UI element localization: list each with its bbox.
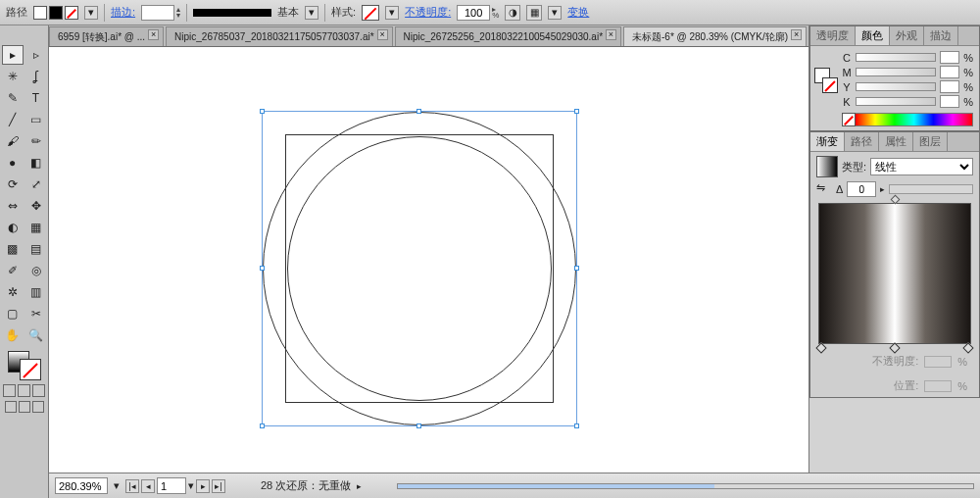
direct-select-tool[interactable]: ▹ xyxy=(25,45,47,65)
fill-black-swatch[interactable] xyxy=(49,6,63,20)
gradient-tool[interactable]: ▤ xyxy=(25,239,47,259)
lasso-tool[interactable]: ʆ xyxy=(25,67,47,86)
selection-handle[interactable] xyxy=(416,423,421,428)
magic-wand-tool[interactable]: ✳ xyxy=(2,67,24,86)
column-graph-tool[interactable]: ▥ xyxy=(25,282,47,302)
opacity-label-link[interactable]: 不透明度: xyxy=(405,5,451,20)
panel-tab[interactable]: 属性 xyxy=(879,132,913,151)
blend-tool[interactable]: ◎ xyxy=(25,261,47,280)
line-tool[interactable]: ╱ xyxy=(2,110,24,129)
selection-handle[interactable] xyxy=(574,423,579,428)
stroke-none-swatch[interactable] xyxy=(65,6,78,20)
screen-mode-normal[interactable] xyxy=(5,401,17,413)
channel-value[interactable] xyxy=(940,95,959,108)
hand-tool[interactable]: ✋ xyxy=(2,325,24,345)
align-dropdown-icon[interactable]: ▾ xyxy=(548,6,562,20)
channel-value[interactable] xyxy=(940,51,959,64)
pen-tool[interactable]: ✎ xyxy=(2,88,24,108)
gradient-stop[interactable] xyxy=(889,342,900,353)
canvas-area[interactable] xyxy=(49,47,808,473)
color-spectrum[interactable] xyxy=(842,113,973,126)
perspective-tool[interactable]: ▦ xyxy=(25,218,47,237)
opacity-input[interactable] xyxy=(457,5,490,21)
panel-tab[interactable]: 图层 xyxy=(913,132,948,151)
artboard-dropdown-icon[interactable]: ▾ xyxy=(188,479,194,492)
rotate-tool[interactable]: ⟳ xyxy=(2,174,24,194)
style-dropdown-icon[interactable]: ▾ xyxy=(385,6,399,20)
panel-tab[interactable]: 外观 xyxy=(890,26,924,45)
document-tab[interactable]: 未标题-6* @ 280.39% (CMYK/轮廓)× xyxy=(623,26,807,46)
recolor-icon[interactable]: ◑ xyxy=(505,5,520,21)
rectangle-tool[interactable]: ▭ xyxy=(25,110,47,129)
gradient-preview[interactable] xyxy=(816,156,838,177)
stop-location-field[interactable] xyxy=(924,380,952,392)
zoom-level-input[interactable] xyxy=(55,477,108,494)
shape-builder-tool[interactable]: ◐ xyxy=(2,218,24,237)
slice-tool[interactable]: ✂ xyxy=(25,304,47,324)
graphic-style-swatch[interactable] xyxy=(362,5,379,21)
blob-brush-tool[interactable]: ● xyxy=(2,153,24,173)
opacity-stepper[interactable]: ▸% xyxy=(457,5,499,21)
selection-handle[interactable] xyxy=(574,109,579,114)
stroke-preview[interactable] xyxy=(193,9,271,17)
angle-input[interactable] xyxy=(847,181,876,197)
symbol-sprayer-tool[interactable]: ✲ xyxy=(2,282,24,302)
fill-swatch[interactable] xyxy=(33,6,47,20)
stepper-arrows-icon[interactable]: ▸ xyxy=(880,184,885,194)
status-menu-icon[interactable]: ▸ xyxy=(357,481,362,491)
close-tab-icon[interactable]: × xyxy=(606,29,616,40)
stroke-box[interactable] xyxy=(20,359,41,380)
selection-handle[interactable] xyxy=(260,109,265,114)
eraser-tool[interactable]: ◧ xyxy=(25,153,47,173)
channel-slider[interactable] xyxy=(856,53,936,62)
mesh-tool[interactable]: ▩ xyxy=(2,239,24,259)
panel-stroke-chip[interactable] xyxy=(822,77,838,93)
last-artboard-button[interactable]: ▸| xyxy=(212,479,225,493)
pencil-tool[interactable]: ✏ xyxy=(25,131,47,151)
close-tab-icon[interactable]: × xyxy=(148,29,159,40)
swatch-dropdown-icon[interactable]: ▾ xyxy=(84,6,98,20)
panel-tab[interactable]: 透明度 xyxy=(810,26,856,45)
stepper-arrows-icon[interactable]: ▴▾ xyxy=(176,7,180,19)
scroll-bar[interactable] xyxy=(397,483,974,489)
none-color-icon[interactable] xyxy=(842,113,856,126)
transform-link[interactable]: 变换 xyxy=(567,5,589,20)
close-tab-icon[interactable]: × xyxy=(791,29,802,40)
gradient-ramp[interactable] xyxy=(818,203,971,344)
artboard-tool[interactable]: ▢ xyxy=(2,304,24,324)
close-tab-icon[interactable]: × xyxy=(377,29,388,40)
align-icon[interactable]: ▦ xyxy=(526,5,542,21)
free-transform-tool[interactable]: ✥ xyxy=(25,196,47,216)
channel-slider[interactable] xyxy=(856,82,936,91)
panel-tab[interactable]: 路径 xyxy=(845,132,879,151)
selection-handle[interactable] xyxy=(574,266,579,271)
reverse-gradient-icon[interactable]: ⇋ xyxy=(816,181,832,197)
document-tab[interactable]: 6959 [转换].ai* @ ...× xyxy=(49,26,164,46)
channel-slider[interactable] xyxy=(856,68,936,76)
selection-handle[interactable] xyxy=(260,266,265,271)
eyedropper-tool[interactable]: ✐ xyxy=(2,261,24,280)
fill-stroke-indicator[interactable] xyxy=(8,351,41,380)
selected-artwork[interactable] xyxy=(263,112,576,425)
color-mode-gradient[interactable] xyxy=(18,384,30,397)
first-artboard-button[interactable]: |◂ xyxy=(125,479,139,493)
gradient-type-select[interactable]: 线性 xyxy=(870,158,973,175)
color-mode-none[interactable] xyxy=(32,384,45,397)
zoom-tool[interactable]: 🔍 xyxy=(25,325,47,345)
selection-tool[interactable]: ▸ xyxy=(2,45,24,65)
next-artboard-button[interactable]: ▸ xyxy=(196,479,210,493)
type-tool[interactable]: T xyxy=(25,88,47,108)
artboard-number-input[interactable] xyxy=(157,477,186,494)
panel-fill-stroke-chips[interactable] xyxy=(814,68,838,93)
width-tool[interactable]: ⇔ xyxy=(2,196,24,216)
gradient-stop[interactable] xyxy=(815,342,826,353)
selection-handle[interactable] xyxy=(260,423,265,428)
stroke-label-link[interactable]: 描边: xyxy=(111,5,135,20)
aspect-slider[interactable] xyxy=(889,184,973,194)
stepper-arrows-icon[interactable]: ▸% xyxy=(492,7,499,19)
gradient-stop[interactable] xyxy=(962,342,973,353)
channel-slider[interactable] xyxy=(856,97,936,106)
document-tab[interactable]: Nipic_26725256_20180322100545029030.ai*× xyxy=(395,26,621,46)
document-tab[interactable]: Nipic_26785037_20180321175057703037.ai*× xyxy=(166,26,392,46)
scale-tool[interactable]: ⤢ xyxy=(25,174,47,194)
